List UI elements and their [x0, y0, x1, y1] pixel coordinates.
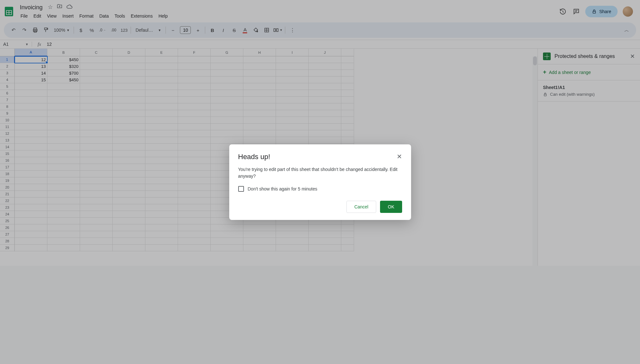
dialog-title: Heads up! [238, 153, 270, 161]
app-root: Invoicing ☆ FileEditViewInsertFormatData… [0, 0, 640, 364]
heads-up-dialog: Heads up! ✕ You're trying to edit part o… [229, 144, 411, 220]
cancel-button[interactable]: Cancel [346, 201, 377, 213]
dialog-close-icon[interactable]: ✕ [397, 153, 402, 160]
dialog-body: You're trying to edit part of this sheet… [238, 161, 402, 180]
modal-scrim[interactable]: Heads up! ✕ You're trying to edit part o… [0, 0, 640, 364]
ok-button[interactable]: OK [380, 201, 402, 213]
dont-show-checkbox[interactable] [238, 186, 244, 192]
checkbox-label: Don't show this again for 5 minutes [248, 186, 317, 191]
